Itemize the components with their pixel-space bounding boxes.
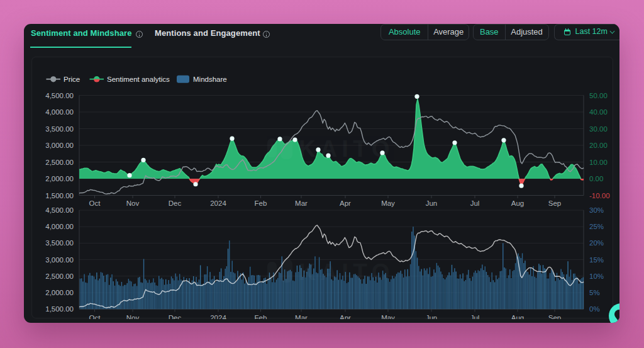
svg-text:-10.00: -10.00 [589, 192, 610, 199]
svg-text:5%: 5% [589, 289, 600, 296]
svg-text:Oct: Oct [89, 314, 101, 319]
svg-text:3,500.00: 3,500.00 [45, 125, 74, 133]
svg-text:4,000.00: 4,000.00 [45, 223, 74, 230]
svg-text:Aug: Aug [511, 314, 524, 319]
svg-text:10.00: 10.00 [589, 159, 608, 166]
svg-text:3,000.00: 3,000.00 [45, 142, 74, 149]
svg-text:Jun: Jun [426, 199, 438, 207]
svg-text:30%: 30% [589, 206, 604, 214]
svg-text:Jul: Jul [470, 199, 480, 207]
svg-text:15%: 15% [589, 256, 604, 264]
svg-text:Sentiment analytics: Sentiment analytics [107, 76, 170, 83]
svg-text:Dec: Dec [169, 199, 182, 207]
svg-text:Apr: Apr [340, 199, 351, 207]
svg-text:2,000.00: 2,000.00 [45, 289, 74, 296]
svg-text:4,500.00: 4,500.00 [45, 92, 74, 99]
svg-text:Nov: Nov [126, 199, 140, 207]
svg-text:Sep: Sep [548, 314, 561, 319]
svg-text:2024: 2024 [210, 314, 226, 319]
svg-text:Oct: Oct [89, 199, 101, 207]
svg-text:Nov: Nov [126, 314, 140, 319]
svg-text:0.00: 0.00 [589, 175, 603, 182]
svg-text:4,000.00: 4,000.00 [45, 108, 74, 116]
svg-text:May: May [381, 199, 395, 207]
svg-text:Jun: Jun [426, 314, 438, 319]
svg-text:Mindshare: Mindshare [193, 76, 227, 83]
svg-text:20%: 20% [589, 239, 604, 247]
svg-text:Dec: Dec [169, 314, 182, 319]
svg-text:25%: 25% [589, 223, 604, 230]
svg-text:Price: Price [64, 76, 80, 83]
svg-text:3,000.00: 3,000.00 [45, 256, 74, 264]
svg-text:Mar: Mar [295, 314, 308, 319]
svg-text:May: May [381, 314, 395, 319]
svg-text:Aug: Aug [511, 199, 524, 207]
svg-text:2,500.00: 2,500.00 [45, 272, 74, 280]
svg-text:Feb: Feb [255, 314, 267, 319]
svg-text:Sep: Sep [548, 199, 561, 207]
svg-text:20.00: 20.00 [589, 142, 608, 149]
svg-text:50.00: 50.00 [589, 92, 608, 99]
svg-text:1,500.00: 1,500.00 [45, 305, 74, 313]
svg-text:2,000.00: 2,000.00 [45, 175, 74, 182]
svg-text:1,500.00: 1,500.00 [45, 192, 74, 199]
svg-text:0%: 0% [589, 305, 600, 313]
svg-text:KAITO: KAITO [299, 136, 394, 162]
svg-text:KAITO: KAITO [299, 259, 394, 285]
svg-text:4,500.00: 4,500.00 [45, 206, 74, 214]
svg-text:2024: 2024 [210, 199, 226, 207]
svg-text:2,500.00: 2,500.00 [45, 159, 74, 166]
svg-text:40.00: 40.00 [589, 108, 608, 116]
svg-text:Feb: Feb [255, 199, 267, 207]
svg-text:10%: 10% [589, 272, 604, 280]
svg-text:Mar: Mar [295, 199, 308, 207]
svg-text:Apr: Apr [340, 314, 351, 319]
svg-text:30.00: 30.00 [589, 125, 608, 133]
svg-text:3,500.00: 3,500.00 [45, 239, 74, 247]
svg-text:Jul: Jul [470, 314, 480, 319]
